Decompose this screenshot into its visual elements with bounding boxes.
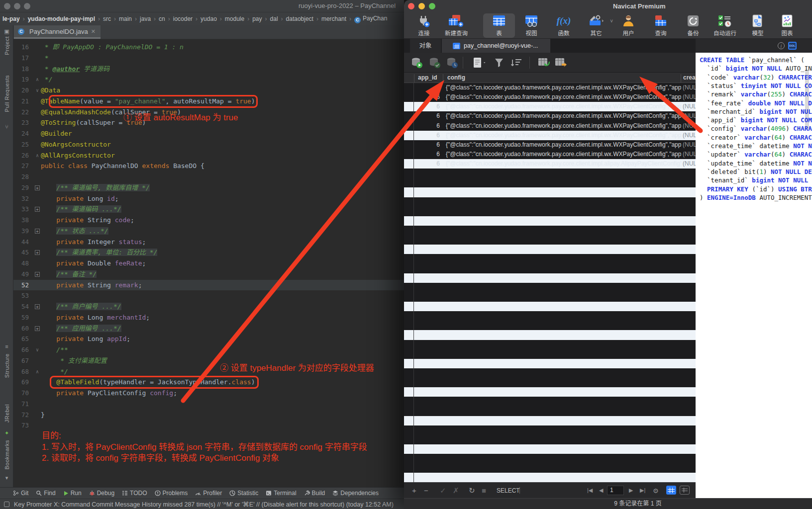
cell-create-time[interactable]: (NULL) [681, 121, 696, 131]
toolbar-item-backup[interactable]: 备份 [677, 13, 709, 38]
table-row[interactable]: {"@class":"cn.iocoder.yudao.framework.pa… [404, 83, 696, 92]
ddl-toggle-icon[interactable]: DDL [788, 42, 797, 50]
toolbar-item-build[interactable]: Build [304, 490, 325, 497]
structure-icon[interactable]: ≡ [0, 343, 13, 349]
column-header-config[interactable]: config [447, 74, 465, 81]
settings-gear-icon[interactable]: ⚙ [653, 487, 659, 495]
code-line[interactable]: 72} [13, 410, 404, 421]
cell-create-time[interactable]: (NULL) [681, 150, 696, 159]
table-row[interactable]: 6{"@class":"cn.iocoder.yudao.framework.p… [404, 159, 696, 169]
cell-app-id[interactable]: 6 [414, 111, 443, 121]
cell-app-id[interactable]: 6 [414, 140, 443, 150]
code-line[interactable]: 17 * [13, 53, 404, 64]
delete-record-icon[interactable]: − [424, 486, 428, 495]
table-row[interactable]: 6{"@class":"cn.iocoder.yudao.framework.p… [404, 102, 696, 111]
code-editor[interactable]: 16 * 即 PayAppDO : PayChannelDO = 1 : n17… [13, 39, 404, 487]
breadcrumb-item[interactable]: main [119, 15, 132, 22]
zoom-icon[interactable] [24, 3, 30, 9]
cell-config[interactable]: {"@class":"cn.iocoder.yudao.framework.pa… [443, 159, 681, 169]
minimize-icon[interactable] [14, 3, 20, 9]
cell-create-time[interactable]: (NULL) [681, 159, 696, 169]
sidebar-item-bookmarks[interactable]: Bookmarks [0, 440, 13, 471]
cell-app-id[interactable]: 6 [414, 92, 443, 102]
fold-marker-icon[interactable]: ∧ [34, 366, 40, 377]
code-line[interactable]: 49+ /** 备注 */ [13, 269, 404, 280]
toolbar-item-find[interactable]: Find [36, 490, 55, 497]
toolbar-item-run[interactable]: Run [63, 490, 82, 497]
toolbar-item-connect[interactable]: 连接 [408, 13, 440, 38]
discard-icon[interactable]: ✗ [453, 486, 459, 495]
toolbar-item-new-query[interactable]: 新建查询 [440, 13, 472, 38]
table-row[interactable]: 6{"@class":"cn.iocoder.yudao.framework.p… [404, 140, 696, 150]
tab-pay-channel[interactable]: pay_channel@ruoyi-vue-... [442, 39, 550, 53]
column-separator[interactable] [681, 74, 681, 83]
code-line[interactable]: 19∧ */ [13, 74, 404, 85]
fold-marker-icon[interactable]: + [34, 301, 40, 312]
rollback-icon[interactable] [446, 57, 458, 71]
folder-icon[interactable]: ▣ [0, 28, 13, 35]
code-line[interactable]: 70 private PayClientConfig config; [13, 388, 404, 399]
memo-icon[interactable] [472, 57, 487, 71]
cell-create-time[interactable]: (NULL) [681, 102, 696, 111]
breadcrumb-item[interactable]: src [103, 15, 111, 22]
breadcrumb-item[interactable]: CPayChan [354, 15, 387, 23]
code-line[interactable]: 60+ /** 应用编号 ...*/ [13, 323, 404, 334]
code-line[interactable]: 52 private String remark; [13, 280, 404, 291]
cell-config[interactable]: {"@class":"cn.iocoder.yudao.framework.pa… [443, 121, 681, 131]
toolbar-item-todo[interactable]: TODO [122, 490, 147, 497]
form-view-button[interactable] [680, 486, 690, 495]
cell-config[interactable]: {"@class":"cn.iocoder.yudao.framework.pa… [443, 150, 681, 159]
column-separator[interactable] [414, 74, 414, 83]
jrebel-icon[interactable]: ✦ [0, 430, 13, 436]
fold-marker-icon[interactable]: + [34, 247, 40, 258]
fold-marker-icon[interactable]: + [34, 269, 40, 280]
code-line[interactable]: 25@NoArgsConstructor [13, 139, 404, 150]
column-header-app-id[interactable]: app_id [418, 74, 437, 81]
cell-config[interactable]: {"@class":"cn.iocoder.yudao.framework.pa… [443, 111, 681, 121]
toolbar-item-git[interactable]: Git [13, 490, 28, 497]
code-line[interactable]: 38 private String code; [13, 215, 404, 226]
cell-create-time[interactable]: (NULL) [681, 140, 696, 150]
tab-paychanneldo-java[interactable]: C PayChannelDO.java ✕ [14, 25, 101, 39]
code-line[interactable]: 33+ /** 渠道编码 ...*/ [13, 204, 404, 215]
code-line[interactable]: 54+ /** 商户编号 ...*/ [13, 301, 404, 312]
minimize-icon[interactable] [418, 3, 425, 9]
code-line[interactable]: 48 private Double feeRate; [13, 258, 404, 269]
tab-objects[interactable]: 对象 [410, 39, 441, 53]
code-line[interactable]: 20∨@Data [13, 85, 404, 96]
fold-marker-icon[interactable]: ∧ [34, 150, 40, 161]
toolbar-item-terminal[interactable]: Terminal [266, 490, 296, 497]
sort-icon[interactable] [510, 57, 523, 71]
breadcrumb-item[interactable]: dataobject [286, 15, 313, 22]
sidebar-item-project[interactable]: Project [0, 36, 13, 56]
commit-icon[interactable] [429, 57, 441, 71]
code-line[interactable]: 27public class PayChannelDO extends Base… [13, 161, 404, 171]
code-line[interactable]: 26∧@AllArgsConstructor [13, 150, 404, 161]
cell-create-time[interactable]: (NULL) [681, 111, 696, 121]
breadcrumb-item[interactable]: yudao-module-pay-impl [28, 15, 95, 22]
cell-app-id[interactable]: 6 [414, 102, 443, 111]
toolbar-item-query[interactable]: 查询 [645, 13, 677, 38]
fold-marker-icon[interactable]: + [34, 182, 40, 193]
fold-marker-icon[interactable]: + [34, 204, 40, 215]
code-line[interactable]: 18 * @author 芋道源码 [13, 64, 404, 75]
stop-icon[interactable]: ■ [482, 486, 486, 495]
code-line[interactable]: 16 * 即 PayAppDO : PayChannelDO = 1 : n [13, 42, 404, 53]
refresh-icon[interactable]: ↻ [469, 486, 475, 495]
toolbar-item-dependencies[interactable]: Dependencies [332, 490, 379, 497]
sidebar-item-structure[interactable]: Structure [0, 353, 13, 379]
page-input[interactable]: 1 [607, 486, 624, 495]
toolbar-item-other[interactable]: 其它˅ [580, 13, 612, 38]
code-line[interactable]: 71 [13, 399, 404, 410]
sidebar-item-jrebel[interactable]: JRebel [0, 404, 13, 424]
toolbar-item-debug[interactable]: Debug [89, 490, 114, 497]
toolbar-item-problems[interactable]: Problems [155, 490, 188, 497]
column-header-create-time[interactable]: create_time [683, 74, 696, 81]
toolbar-item-view[interactable]: 视图 [515, 13, 547, 38]
notification-icon[interactable] [4, 502, 9, 507]
code-line[interactable]: 66∨ /** [13, 344, 404, 355]
first-page-icon[interactable]: |◀ [587, 487, 593, 494]
export-icon[interactable] [554, 57, 568, 71]
breadcrumb-item[interactable]: merchant [321, 15, 346, 22]
fold-marker-icon[interactable]: + [34, 323, 40, 334]
